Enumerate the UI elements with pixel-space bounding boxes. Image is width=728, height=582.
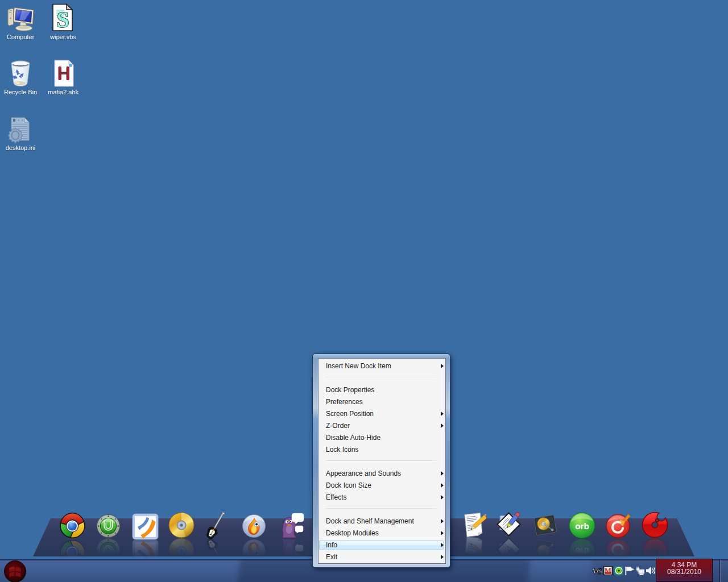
svg-text:S: S <box>598 567 602 576</box>
svg-text:S: S <box>56 7 69 32</box>
svg-text:M: M <box>605 567 611 575</box>
